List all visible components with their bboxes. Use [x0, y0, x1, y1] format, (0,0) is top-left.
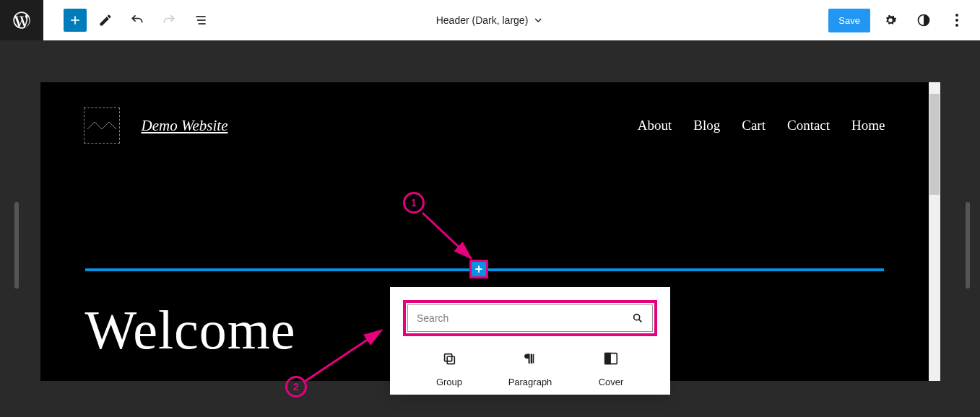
wordpress-logo[interactable]	[0, 0, 43, 40]
save-button[interactable]: Save	[828, 9, 870, 32]
document-title[interactable]: Header (Dark, large)	[436, 14, 545, 26]
styles-contrast-icon[interactable]	[911, 7, 937, 33]
right-scrollbar[interactable]	[966, 202, 970, 289]
nav-link[interactable]: Home	[851, 118, 885, 133]
undo-icon[interactable]	[124, 7, 150, 33]
group-icon	[441, 351, 457, 366]
block-search-input[interactable]	[417, 312, 626, 324]
block-option-paragraph[interactable]: Paragraph	[494, 351, 566, 387]
nav-link[interactable]: About	[638, 118, 672, 133]
block-inserter-popover: Group Paragraph Cover	[390, 287, 670, 395]
search-icon	[632, 312, 643, 324]
site-logo-placeholder[interactable]	[84, 107, 120, 144]
toolbar-right-group: Save	[828, 7, 980, 33]
chevron-down-icon	[532, 14, 544, 26]
search-highlight	[403, 300, 657, 336]
left-scrollbar[interactable]	[14, 202, 19, 289]
list-view-icon[interactable]	[188, 7, 214, 33]
annotation-step-2: 2	[285, 376, 307, 398]
settings-gear-icon[interactable]	[877, 7, 903, 33]
inline-inserter-button[interactable]	[469, 260, 488, 278]
block-label: Paragraph	[508, 377, 552, 387]
hero-heading-left: Welcome	[85, 299, 296, 360]
site-title[interactable]: Demo Website	[142, 117, 228, 135]
site-nav: About Blog Cart Contact Home	[638, 118, 885, 133]
block-label: Cover	[599, 377, 624, 387]
site-header: Demo Website About Blog Cart Contact Hom…	[40, 82, 929, 144]
paragraph-icon	[522, 351, 538, 366]
svg-rect-10	[445, 354, 452, 361]
more-options-icon[interactable]	[944, 7, 970, 33]
redo-icon	[156, 7, 182, 33]
nav-link[interactable]: Contact	[787, 118, 830, 133]
nav-link[interactable]: Blog	[693, 118, 720, 133]
cover-icon	[603, 351, 619, 366]
add-block-button[interactable]	[64, 9, 87, 32]
block-suggestions: Group Paragraph Cover	[403, 351, 657, 387]
canvas-scrollbar[interactable]	[929, 82, 940, 381]
nav-link[interactable]: Cart	[742, 118, 766, 133]
canvas-scrollbar-thumb[interactable]	[929, 94, 940, 195]
toolbar-left-group	[43, 7, 214, 33]
annotation-step-1: 1	[403, 192, 425, 214]
block-option-cover[interactable]: Cover	[575, 351, 647, 387]
svg-line-9	[639, 320, 642, 322]
svg-point-8	[634, 315, 640, 320]
block-search-field[interactable]	[407, 304, 653, 332]
svg-rect-11	[447, 356, 454, 364]
edit-tool-icon[interactable]	[92, 7, 118, 33]
block-label: Group	[436, 377, 462, 387]
editor-topbar: Header (Dark, large) Save	[0, 0, 980, 40]
hero-heading[interactable]: Welcome et	[85, 299, 296, 361]
block-option-group[interactable]: Group	[413, 351, 485, 387]
svg-rect-13	[605, 354, 610, 364]
document-title-text: Header (Dark, large)	[436, 14, 529, 26]
